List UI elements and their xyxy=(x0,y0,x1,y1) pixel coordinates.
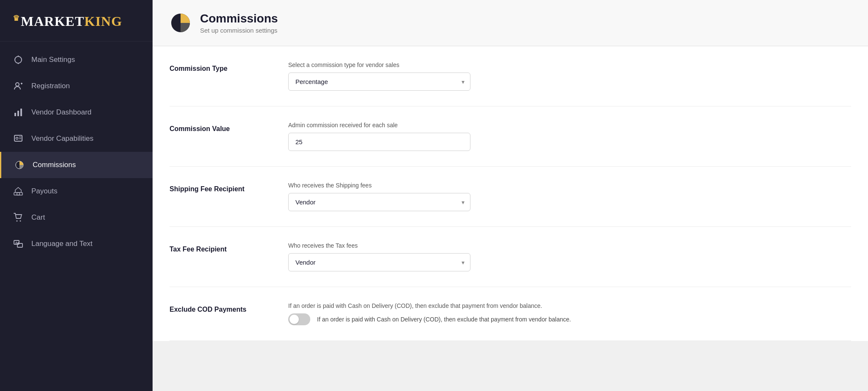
svg-rect-8 xyxy=(20,109,22,116)
toggle-desc-exclude-cod: If an order is paid with Cash on Deliver… xyxy=(317,315,571,324)
setting-desc-commission-value: Admin commission received for each sale xyxy=(288,122,851,128)
setting-row-shipping-fee-recipient: Shipping Fee RecipientWho receives the S… xyxy=(170,167,851,227)
main-settings-label: Main Settings xyxy=(31,56,75,64)
setting-label-exclude-cod: Exclude COD Payments xyxy=(170,302,263,313)
setting-control-commission-value: Admin commission received for each sale xyxy=(288,122,851,151)
sidebar-item-commissions[interactable]: Commissions xyxy=(0,152,153,178)
svg-point-16 xyxy=(17,221,18,222)
cart-icon xyxy=(13,212,24,223)
svg-point-3 xyxy=(16,83,19,86)
svg-point-0 xyxy=(15,56,22,63)
setting-row-commission-type: Commission TypeSelect a commission type … xyxy=(170,46,851,106)
logo: ♛MarketKing xyxy=(0,0,153,42)
svg-rect-14 xyxy=(14,193,22,195)
vendor-dashboard-label: Vendor Dashboard xyxy=(31,108,92,117)
sidebar-item-language-text[interactable]: A+Language and Text xyxy=(0,231,153,257)
select-tax-fee-recipient[interactable]: VendorAdmin xyxy=(288,253,470,271)
setting-label-commission-value: Commission Value xyxy=(170,122,263,133)
svg-point-17 xyxy=(20,221,21,222)
sidebar-item-vendor-dashboard[interactable]: Vendor Dashboard xyxy=(0,99,153,126)
setting-desc-shipping-fee-recipient: Who receives the Shipping fees xyxy=(288,182,851,189)
page-header-text: Commissions Set up commission settings xyxy=(200,12,278,34)
toggle-wrapper-exclude-cod: If an order is paid with Cash on Deliver… xyxy=(288,313,851,325)
language-text-label: Language and Text xyxy=(31,240,92,248)
svg-rect-15 xyxy=(17,193,19,195)
language-text-icon: A+ xyxy=(13,238,24,249)
logo-text: ♛MarketKing xyxy=(13,14,140,29)
payouts-label: Payouts xyxy=(31,187,57,196)
settings-body: Commission TypeSelect a commission type … xyxy=(153,46,868,341)
sidebar-item-vendor-capabilities[interactable]: Vendor Capabilities xyxy=(0,126,153,152)
setting-desc-tax-fee-recipient: Who receives the Tax fees xyxy=(288,242,851,249)
setting-desc-exclude-cod: If an order is paid with Cash on Deliver… xyxy=(288,302,851,309)
select-wrapper-commission-type: PercentageFixedFixed + Percentage xyxy=(288,73,470,91)
setting-row-exclude-cod: Exclude COD PaymentsIf an order is paid … xyxy=(170,287,851,341)
setting-desc-commission-type: Select a commission type for vendor sale… xyxy=(288,61,851,68)
setting-control-commission-type: Select a commission type for vendor sale… xyxy=(288,61,851,91)
sidebar-item-cart[interactable]: Cart xyxy=(0,204,153,231)
payouts-icon xyxy=(13,186,24,197)
select-wrapper-shipping-fee-recipient: VendorAdmin xyxy=(288,193,470,211)
sidebar-item-payouts[interactable]: Payouts xyxy=(0,178,153,204)
cart-label: Cart xyxy=(31,213,45,222)
setting-label-tax-fee-recipient: Tax Fee Recipient xyxy=(170,242,263,253)
logo-market: Market xyxy=(21,14,84,29)
vendor-capabilities-icon xyxy=(13,133,24,144)
setting-control-tax-fee-recipient: Who receives the Tax feesVendorAdmin xyxy=(288,242,851,271)
input-commission-value[interactable] xyxy=(288,133,470,151)
page-subtitle: Set up commission settings xyxy=(200,27,278,34)
sidebar: ♛MarketKing Main SettingsRegistrationVen… xyxy=(0,0,153,391)
main-settings-icon xyxy=(13,54,24,65)
select-commission-type[interactable]: PercentageFixedFixed + Percentage xyxy=(288,73,470,91)
setting-control-shipping-fee-recipient: Who receives the Shipping feesVendorAdmi… xyxy=(288,182,851,211)
select-wrapper-tax-fee-recipient: VendorAdmin xyxy=(288,253,470,271)
sidebar-item-registration[interactable]: Registration xyxy=(0,73,153,99)
setting-label-commission-type: Commission Type xyxy=(170,61,263,73)
select-shipping-fee-recipient[interactable]: VendorAdmin xyxy=(288,193,470,211)
commissions-icon xyxy=(14,159,25,170)
setting-control-exclude-cod: If an order is paid with Cash on Deliver… xyxy=(288,302,851,325)
svg-point-10 xyxy=(16,137,18,140)
toggle-exclude-cod[interactable] xyxy=(288,313,310,325)
setting-row-tax-fee-recipient: Tax Fee RecipientWho receives the Tax fe… xyxy=(170,227,851,287)
commissions-icon xyxy=(170,12,192,34)
commissions-label: Commissions xyxy=(33,161,76,169)
setting-label-shipping-fee-recipient: Shipping Fee Recipient xyxy=(170,182,263,193)
svg-rect-7 xyxy=(17,111,19,116)
registration-icon xyxy=(13,81,24,92)
sidebar-nav: Main SettingsRegistrationVendor Dashboar… xyxy=(0,42,153,391)
logo-king: King xyxy=(84,14,122,29)
vendor-capabilities-label: Vendor Capabilities xyxy=(31,134,93,143)
sidebar-item-main-settings[interactable]: Main Settings xyxy=(0,47,153,73)
crown-icon: ♛ xyxy=(13,14,20,23)
vendor-dashboard-icon xyxy=(13,107,24,118)
page-title: Commissions xyxy=(200,12,278,25)
registration-label: Registration xyxy=(31,82,70,90)
page-header: Commissions Set up commission settings xyxy=(153,0,868,46)
setting-row-commission-value: Commission ValueAdmin commission receive… xyxy=(170,106,851,167)
main-content: Commissions Set up commission settings C… xyxy=(153,0,868,391)
svg-rect-6 xyxy=(14,113,16,116)
